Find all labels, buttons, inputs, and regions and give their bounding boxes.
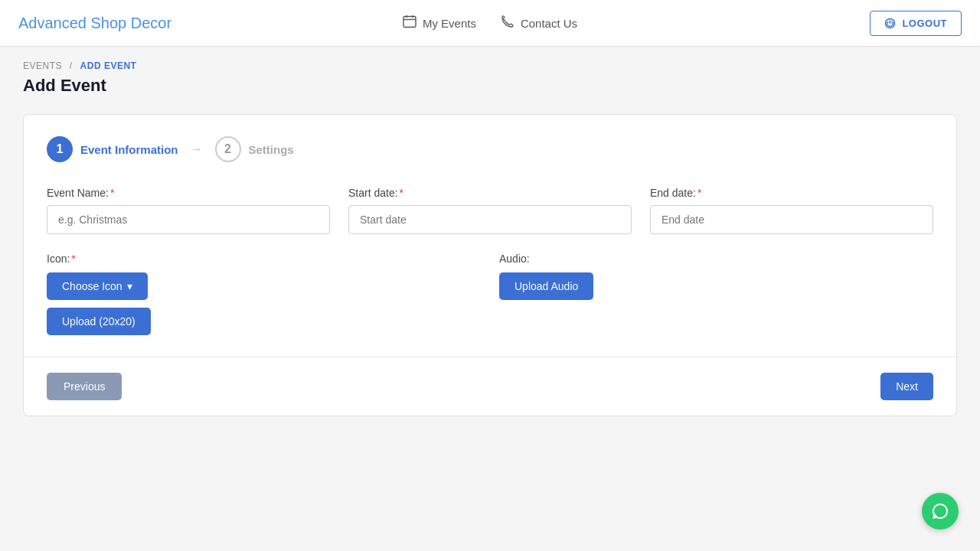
icon-label: Icon:* <box>47 253 481 265</box>
phone-icon <box>501 15 514 31</box>
breadcrumb-current: ADD EVENT <box>80 60 137 71</box>
nav-my-events[interactable]: My Events <box>403 15 476 31</box>
svg-rect-2 <box>412 15 413 18</box>
main-nav: My Events Contact Us <box>333 15 648 31</box>
calendar-icon <box>403 15 416 31</box>
previous-label: Previous <box>64 380 105 393</box>
start-date-group: Start date:* <box>348 187 632 234</box>
chat-bubble-button[interactable] <box>922 493 959 530</box>
audio-label: Audio: <box>499 253 933 265</box>
audio-group: Audio: Upload Audio <box>499 253 933 335</box>
nav-contact-us[interactable]: Contact Us <box>501 15 577 31</box>
upload-audio-button[interactable]: Upload Audio <box>499 272 593 300</box>
next-button[interactable]: Next <box>880 373 933 400</box>
stepper: 1 Event Information → 2 Settings <box>47 136 933 162</box>
brand-logo: Advanced Shop Decor <box>18 15 333 32</box>
start-date-label: Start date:* <box>348 187 632 199</box>
upload-icon-label: Upload (20x20) <box>62 315 136 328</box>
start-date-input[interactable] <box>348 205 632 234</box>
step-2: 2 Settings <box>215 136 294 162</box>
header: Advanced Shop Decor My Events Contact U <box>0 0 980 47</box>
header-actions: LOGOUT <box>647 11 962 36</box>
step-arrow: → <box>191 142 203 156</box>
choose-icon-label: Choose Icon <box>62 280 122 292</box>
step-1: 1 Event Information <box>47 136 178 162</box>
previous-button[interactable]: Previous <box>47 373 122 400</box>
choose-icon-button[interactable]: Choose Icon ▾ <box>47 272 148 300</box>
page-header: EVENTS / ADD EVENT Add Event <box>0 47 980 102</box>
card-footer: Previous Next <box>24 357 956 416</box>
end-date-input[interactable] <box>650 205 933 234</box>
nav-my-events-label: My Events <box>423 17 476 30</box>
end-date-group: End date:* <box>650 187 933 234</box>
upload-icon-button[interactable]: Upload (20x20) <box>47 308 151 335</box>
main-card: 1 Event Information → 2 Settings Event N… <box>23 114 957 416</box>
dropdown-arrow-icon: ▾ <box>127 280 132 292</box>
upload-audio-label: Upload Audio <box>514 280 578 292</box>
event-name-group: Event Name:* <box>47 187 330 234</box>
step-1-circle: 1 <box>47 136 73 162</box>
svg-rect-0 <box>403 17 416 28</box>
breadcrumb: EVENTS / ADD EVENT <box>23 60 957 71</box>
end-date-label: End date:* <box>650 187 933 199</box>
page-title: Add Event <box>23 76 957 96</box>
event-name-label: Event Name:* <box>47 187 330 199</box>
event-name-input[interactable] <box>47 205 330 234</box>
nav-contact-us-label: Contact Us <box>521 17 577 30</box>
chat-icon <box>931 502 949 520</box>
logout-label: LOGOUT <box>902 18 947 29</box>
breadcrumb-parent: EVENTS <box>23 60 62 71</box>
breadcrumb-separator: / <box>70 60 73 71</box>
brand-light: Shop Decor <box>87 15 172 31</box>
power-icon <box>884 18 896 29</box>
step-1-label: Event Information <box>80 143 178 156</box>
brand-bold: Advanced <box>18 15 87 31</box>
step-2-label: Settings <box>249 143 294 156</box>
step-2-circle: 2 <box>215 136 241 162</box>
svg-rect-1 <box>406 15 407 18</box>
form-row-2: Icon:* Choose Icon ▾ Upload (20x20) Audi… <box>47 253 933 335</box>
next-label: Next <box>896 380 918 393</box>
logout-button[interactable]: LOGOUT <box>870 11 962 36</box>
form-row-1: Event Name:* Start date:* End date:* <box>47 187 933 234</box>
icon-group: Icon:* Choose Icon ▾ Upload (20x20) <box>47 253 481 335</box>
